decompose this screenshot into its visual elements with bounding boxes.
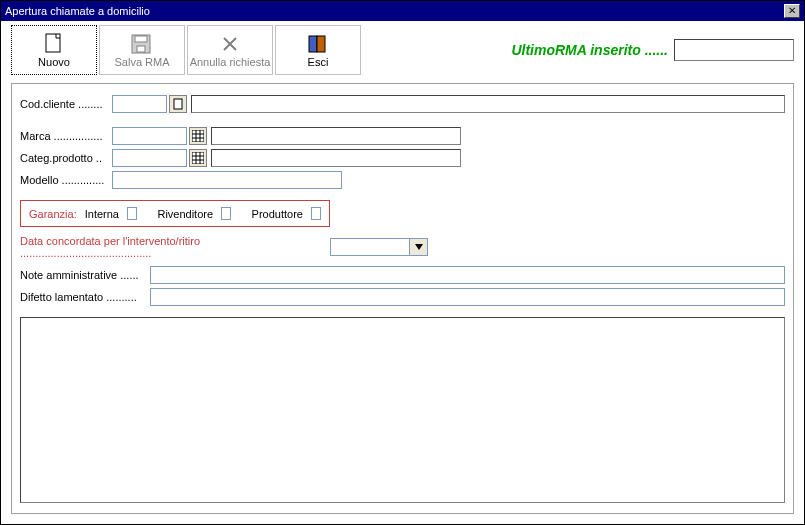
esci-label: Esci [308, 56, 329, 68]
cod-cliente-lookup-button[interactable] [169, 95, 187, 113]
svg-rect-4 [309, 36, 317, 52]
svg-rect-12 [192, 152, 204, 164]
note-amm-input[interactable] [150, 266, 785, 284]
marca-desc [211, 127, 461, 145]
row-marca: Marca ................ [20, 126, 785, 146]
categ-lookup-button[interactable] [189, 149, 207, 167]
close-button[interactable]: ✕ [784, 4, 800, 18]
window-title: Apertura chiamate a domicilio [5, 1, 150, 21]
garanzia-produttore-label: Produttore [252, 208, 303, 220]
nuovo-button[interactable]: Nuovo [11, 25, 97, 75]
difetto-input[interactable] [150, 288, 785, 306]
row-date: Data concordata per l'intervento/ritiro … [20, 237, 785, 257]
difetto-label: Difetto lamentato .......... [20, 291, 150, 303]
garanzia-interna-checkbox[interactable] [127, 207, 137, 220]
date-label: Data concordata per l'intervento/ritiro … [20, 235, 330, 259]
categ-desc [211, 149, 461, 167]
garanzia-rivenditore-label: Rivenditore [157, 208, 213, 220]
chevron-down-icon [415, 244, 423, 250]
new-document-icon [42, 32, 66, 56]
salva-rma-button[interactable]: Salva RMA [99, 25, 185, 75]
garanzia-group: Garanzia: Interna Rivenditore Produttore [20, 200, 330, 227]
grid-icon [192, 152, 204, 164]
row-note-amm: Note amministrative ...... [20, 265, 785, 285]
nuovo-label: Nuovo [38, 56, 70, 68]
content-frame: Cod.cliente ........ Marca .............… [11, 83, 794, 514]
date-dropdown-button[interactable] [410, 238, 428, 256]
ultimo-rma-label: UltimoRMA inserito ...... [511, 42, 668, 58]
modello-label: Modello .............. [20, 174, 112, 186]
marca-label: Marca ................ [20, 130, 112, 142]
garanzia-title: Garanzia: [29, 208, 77, 220]
details-textarea[interactable] [20, 317, 785, 503]
date-input[interactable] [330, 238, 410, 256]
garanzia-rivenditore-checkbox[interactable] [221, 207, 231, 220]
row-cod-cliente: Cod.cliente ........ [20, 94, 785, 114]
annulla-richiesta-button[interactable]: Annulla richiesta [187, 25, 273, 75]
categ-input[interactable] [112, 149, 187, 167]
close-icon: ✕ [788, 5, 796, 16]
row-difetto: Difetto lamentato .......... [20, 287, 785, 307]
document-icon [173, 98, 183, 110]
svg-marker-17 [415, 244, 423, 250]
row-modello: Modello .............. [20, 170, 785, 190]
cod-cliente-label: Cod.cliente ........ [20, 98, 112, 110]
svg-rect-2 [135, 36, 147, 42]
toolbar: Nuovo Salva RMA Annulla richiesta Esci U… [1, 21, 804, 79]
save-icon [130, 32, 154, 56]
cod-cliente-input[interactable] [112, 95, 167, 113]
main-window: Apertura chiamate a domicilio ✕ Nuovo Sa… [0, 0, 805, 525]
exit-icon [306, 32, 330, 56]
svg-rect-7 [192, 130, 204, 142]
titlebar: Apertura chiamate a domicilio ✕ [1, 1, 804, 21]
svg-rect-5 [317, 36, 325, 52]
cod-cliente-desc [191, 95, 785, 113]
svg-rect-3 [137, 46, 145, 52]
cancel-icon [218, 32, 242, 56]
marca-lookup-button[interactable] [189, 127, 207, 145]
salva-rma-label: Salva RMA [114, 56, 169, 68]
note-amm-label: Note amministrative ...... [20, 269, 150, 281]
row-categ: Categ.prodotto .. [20, 148, 785, 168]
svg-rect-0 [46, 34, 60, 52]
marca-input[interactable] [112, 127, 187, 145]
modello-input[interactable] [112, 171, 342, 189]
categ-label: Categ.prodotto .. [20, 152, 112, 164]
grid-icon [192, 130, 204, 142]
esci-button[interactable]: Esci [275, 25, 361, 75]
garanzia-interna-label: Interna [85, 208, 119, 220]
annulla-label: Annulla richiesta [190, 56, 271, 68]
garanzia-produttore-checkbox[interactable] [311, 207, 321, 220]
ultimo-rma-value [674, 39, 794, 61]
svg-rect-6 [174, 99, 182, 109]
